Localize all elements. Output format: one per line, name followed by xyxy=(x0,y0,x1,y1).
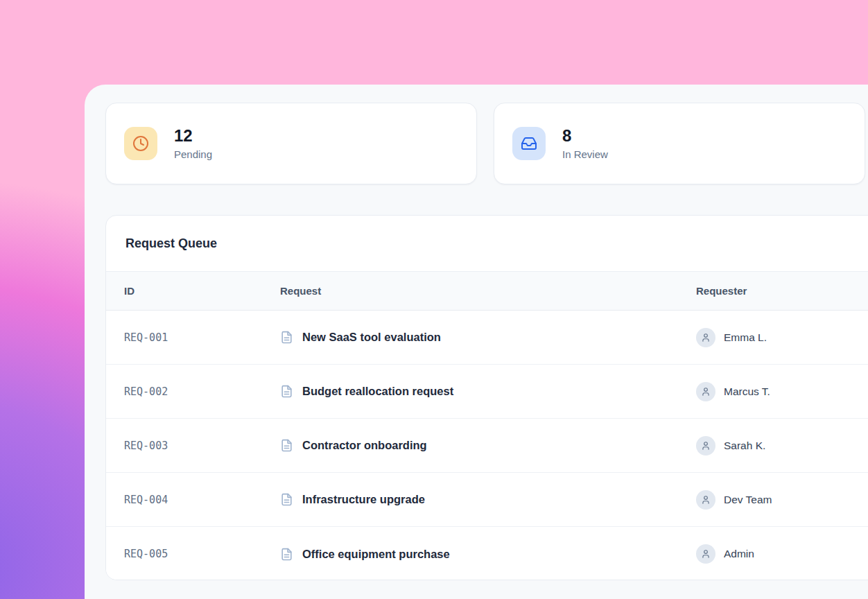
table-row[interactable]: REQ-005 Office equipment purchase Admin xyxy=(106,527,868,580)
stat-card-pending: 12 Pending xyxy=(105,103,477,184)
avatar xyxy=(696,490,715,510)
pending-count: 12 xyxy=(174,127,212,145)
requester-cell: Emma L. xyxy=(696,328,868,347)
avatar xyxy=(696,382,715,401)
avatar xyxy=(696,328,715,347)
requester-name: Admin xyxy=(724,548,754,560)
requester-name: Marcus T. xyxy=(724,385,770,398)
request-title: Budget reallocation request xyxy=(302,385,453,398)
request-id: REQ-001 xyxy=(124,331,280,344)
card-header: Request Queue xyxy=(106,216,868,271)
requester-name: Emma L. xyxy=(724,331,767,344)
dashboard-panel: 12 Pending 8 In Review Request Queue ID … xyxy=(85,85,868,599)
request-title: Office equipment purchase xyxy=(302,548,450,561)
request-title: Infrastructure upgrade xyxy=(302,493,425,506)
document-icon xyxy=(280,439,293,452)
request-title: New SaaS tool evaluation xyxy=(302,331,441,344)
column-header-id: ID xyxy=(124,285,280,297)
request-title: Contractor onboarding xyxy=(302,439,427,452)
document-icon xyxy=(280,385,293,398)
request-cell: New SaaS tool evaluation xyxy=(280,331,696,344)
pending-label: Pending xyxy=(174,148,212,160)
requester-cell: Dev Team xyxy=(696,490,868,510)
inbox-icon xyxy=(512,127,546,160)
request-cell: Office equipment purchase xyxy=(280,548,696,561)
table-row[interactable]: REQ-001 New SaaS tool evaluation Emma L. xyxy=(106,311,868,365)
stat-card-in-review: 8 In Review xyxy=(494,103,865,184)
requester-cell: Admin xyxy=(696,544,868,564)
avatar xyxy=(696,436,715,455)
requester-name: Dev Team xyxy=(724,494,772,506)
table-row[interactable]: REQ-004 Infrastructure upgrade Dev Team xyxy=(106,473,868,527)
table-row[interactable]: REQ-002 Budget reallocation request Marc… xyxy=(106,365,868,419)
request-cell: Contractor onboarding xyxy=(280,439,696,452)
requester-cell: Sarah K. xyxy=(696,436,868,455)
document-icon xyxy=(280,331,293,344)
table-row[interactable]: REQ-003 Contractor onboarding Sarah K. xyxy=(106,419,868,473)
request-id: REQ-005 xyxy=(124,548,280,560)
request-id: REQ-002 xyxy=(124,385,280,398)
request-queue-card: Request Queue ID Request Requester REQ-0… xyxy=(105,215,868,580)
request-cell: Infrastructure upgrade xyxy=(280,493,696,506)
column-header-requester: Requester xyxy=(696,285,868,297)
request-id: REQ-004 xyxy=(124,494,280,506)
in-review-count: 8 xyxy=(562,127,608,145)
stat-text: 8 In Review xyxy=(562,127,608,159)
clock-icon xyxy=(124,127,157,160)
table-header-row: ID Request Requester xyxy=(106,271,868,311)
table-body: REQ-001 New SaaS tool evaluation Emma L. xyxy=(106,311,868,580)
stat-text: 12 Pending xyxy=(174,127,212,159)
requester-name: Sarah K. xyxy=(724,440,765,452)
document-icon xyxy=(280,493,293,506)
page-title: Request Queue xyxy=(125,236,217,251)
stats-row: 12 Pending 8 In Review xyxy=(105,103,868,184)
document-icon xyxy=(280,548,293,561)
request-cell: Budget reallocation request xyxy=(280,385,696,398)
requester-cell: Marcus T. xyxy=(696,382,868,401)
request-id: REQ-003 xyxy=(124,440,280,452)
avatar xyxy=(696,544,715,564)
column-header-request: Request xyxy=(280,285,696,297)
in-review-label: In Review xyxy=(562,148,608,160)
